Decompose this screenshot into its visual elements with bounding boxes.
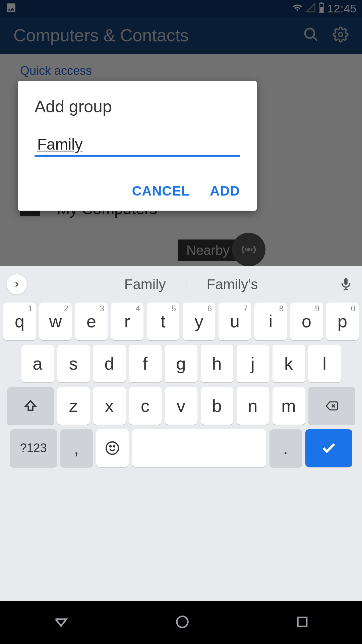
add-group-dialog: Add group CANCEL ADD <box>18 81 257 211</box>
svg-rect-13 <box>298 618 307 627</box>
key-z[interactable]: z <box>57 387 90 425</box>
key-y[interactable]: y6 <box>183 303 215 340</box>
mic-icon[interactable] <box>339 276 353 293</box>
key-i[interactable]: i8 <box>254 303 287 340</box>
svg-point-12 <box>177 616 188 628</box>
home-button[interactable] <box>175 614 190 631</box>
suggestion-bar: Family Family's <box>0 269 362 300</box>
space-key[interactable] <box>132 429 266 467</box>
key-l[interactable]: l <box>308 345 341 382</box>
svg-point-9 <box>106 442 119 454</box>
group-name-input[interactable] <box>37 135 237 153</box>
svg-point-11 <box>114 446 115 447</box>
key-j[interactable]: j <box>237 345 269 382</box>
key-t[interactable]: t5 <box>147 303 179 340</box>
period-key[interactable]: . <box>269 429 302 467</box>
dialog-title: Add group <box>35 97 240 116</box>
add-button[interactable]: ADD <box>210 183 240 199</box>
backspace-key[interactable] <box>308 387 355 425</box>
comma-key[interactable]: , <box>60 429 93 467</box>
key-m[interactable]: m <box>273 387 305 425</box>
key-k[interactable]: k <box>273 345 305 382</box>
android-nav-bar <box>0 601 362 644</box>
key-n[interactable]: n <box>237 387 269 425</box>
expand-suggestions-button[interactable] <box>7 274 27 294</box>
key-e[interactable]: e3 <box>75 303 108 340</box>
symbols-key[interactable]: ?123 <box>10 429 57 467</box>
recents-button[interactable] <box>296 615 309 630</box>
enter-key[interactable] <box>305 429 352 467</box>
key-q[interactable]: q1 <box>3 303 36 340</box>
key-w[interactable]: w2 <box>39 303 72 340</box>
key-v[interactable]: v <box>165 387 197 425</box>
key-p[interactable]: p0 <box>326 303 359 340</box>
suggestion-2[interactable]: Family's <box>186 276 278 292</box>
key-a[interactable]: a <box>21 345 54 382</box>
emoji-key[interactable] <box>96 429 129 467</box>
key-b[interactable]: b <box>201 387 233 425</box>
suggestion-1[interactable]: Family <box>104 276 187 292</box>
key-g[interactable]: g <box>165 345 197 382</box>
key-h[interactable]: h <box>201 345 233 382</box>
key-c[interactable]: c <box>129 387 162 425</box>
key-u[interactable]: u7 <box>219 303 251 340</box>
key-o[interactable]: o9 <box>290 303 323 340</box>
soft-keyboard: Family Family's q1w2e3r4t5y6u7i8o9p0 asd… <box>0 266 362 601</box>
key-f[interactable]: f <box>129 345 162 382</box>
back-button[interactable] <box>53 614 69 631</box>
key-x[interactable]: x <box>93 387 126 425</box>
key-d[interactable]: d <box>93 345 126 382</box>
svg-point-10 <box>110 446 111 447</box>
shift-key[interactable] <box>7 387 54 425</box>
key-s[interactable]: s <box>57 345 90 382</box>
cancel-button[interactable]: CANCEL <box>132 183 190 199</box>
key-r[interactable]: r4 <box>111 303 143 340</box>
